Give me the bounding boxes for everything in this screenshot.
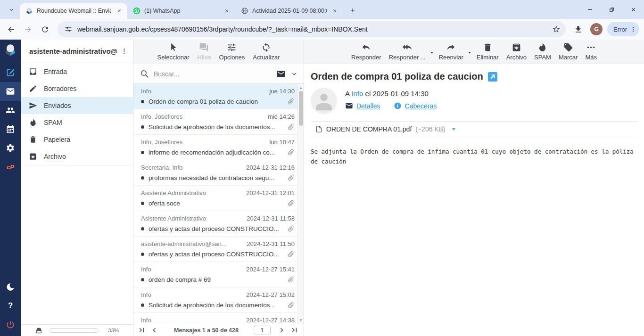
tab-title: Actividad 2025-01-09 08:00:00: [252, 8, 327, 14]
message-row[interactable]: Asistente Administrativo 2024-12-31 11:5…: [133, 211, 297, 237]
trash-icon: [29, 135, 37, 144]
message-row[interactable]: Info jue 14:30 Orden de compra 01 poliza…: [133, 84, 297, 109]
attachment-menu-caret-icon[interactable]: [451, 126, 457, 132]
more-button[interactable]: Más: [585, 42, 597, 64]
scroll-down-arrow[interactable]: ▼: [298, 317, 304, 323]
refresh-button[interactable]: Actualizar: [253, 42, 280, 64]
next-page-icon[interactable]: [277, 326, 286, 335]
search-options-chevron-icon[interactable]: [290, 70, 298, 78]
browser-tab-actividad[interactable]: Actividad 2025-01-09 08:00:00: [235, 3, 343, 19]
threads-button[interactable]: Hilos: [198, 42, 211, 64]
quota-progress: [50, 328, 99, 333]
help-button[interactable]: ?: [0, 296, 21, 315]
profile-avatar[interactable]: G: [590, 23, 603, 35]
settings-nav-button[interactable]: [0, 139, 21, 157]
message-date: 2024-12-31 12:16: [246, 164, 295, 171]
forward-button[interactable]: Reenviar: [439, 42, 463, 64]
folder-item-entrada[interactable]: Entrada: [21, 63, 133, 80]
folder-item-spam[interactable]: SPAM: [21, 114, 133, 131]
message-row[interactable]: Info, Joseflores mié 14:26 Solicitud de …: [133, 109, 297, 135]
details-link[interactable]: Detalles: [345, 102, 380, 110]
message-row[interactable]: Secretaria, Info 2024-12-31 12:16 profor…: [133, 160, 297, 186]
quota-percent: 33%: [108, 328, 119, 333]
message-row[interactable]: Info, Joseflores lun 10:47 informe de re…: [133, 135, 297, 160]
reload-button[interactable]: [37, 21, 53, 37]
message-row[interactable]: Info 2024-12-27 14:38: [133, 313, 297, 324]
message-toolbar: Responder Responder ... Reenviar Elimina…: [304, 40, 644, 64]
message-row[interactable]: Asistente Administrativo 2024-12-31 12:0…: [133, 186, 297, 211]
search-input[interactable]: [154, 70, 272, 78]
previous-page-icon[interactable]: [150, 326, 159, 335]
kebab-menu-icon[interactable]: [630, 26, 636, 33]
extensions-error-button[interactable]: Error: [607, 22, 639, 36]
restore-button[interactable]: [601, 0, 622, 19]
select-button[interactable]: Seleccionar: [157, 42, 190, 64]
dark-mode-button[interactable]: [0, 278, 21, 296]
browser-tab-whatsapp[interactable]: (1) WhatsApp: [127, 3, 235, 19]
plus-icon: [349, 7, 356, 14]
close-button[interactable]: [622, 0, 644, 19]
unread-dot: [141, 176, 144, 180]
message-subject: ofertas y actas del proceso CONSTRUCCIO.…: [149, 251, 283, 258]
tab-title: (1) WhatsApp: [144, 8, 219, 14]
folder-pane: asistente-administrativo@sa... Entrada B…: [21, 40, 133, 336]
back-button[interactable]: [3, 21, 19, 37]
tab-divider: [343, 6, 343, 15]
folder-item-enviados[interactable]: Enviados: [21, 97, 133, 114]
folder-item-archivo[interactable]: Archivo: [21, 148, 133, 165]
scroll-up-arrow[interactable]: ▲: [298, 85, 304, 90]
search-scope-mail-icon[interactable]: [276, 69, 286, 79]
message-subject: orden de compra # 69: [149, 276, 283, 283]
headers-link[interactable]: Cabeceras: [394, 102, 437, 110]
unread-dot: [141, 227, 144, 230]
reply-all-menu-caret-icon[interactable]: [429, 50, 434, 55]
message-body: Se adjunta la Orden de compra de ínfima …: [311, 147, 637, 166]
pagination-label: Mensajes 1 a 50 de 428: [174, 327, 239, 334]
tab-close-icon[interactable]: [223, 7, 231, 15]
attachment-row[interactable]: ORDEN DE COMPRA 01.pdf (~206 KB): [311, 121, 637, 137]
delete-button[interactable]: Eliminar: [477, 42, 499, 64]
reply-button[interactable]: Responder: [351, 42, 381, 64]
tab-search-button[interactable]: [5, 3, 18, 16]
folder-item-papelera[interactable]: Papelera: [21, 131, 133, 148]
message-row[interactable]: asistente-administrativo@san... 2024-12-…: [133, 237, 297, 262]
options-button[interactable]: Opciones: [219, 42, 245, 64]
bookmark-button[interactable]: [550, 23, 563, 36]
reply-all-button[interactable]: Responder ...: [389, 42, 426, 64]
archive-button[interactable]: Archivo: [506, 42, 527, 64]
last-page-icon[interactable]: [290, 326, 299, 335]
forward-menu-caret-icon[interactable]: [467, 50, 472, 55]
open-in-new-window-icon[interactable]: [488, 72, 497, 82]
tab-close-icon[interactable]: [330, 7, 339, 15]
contacts-nav-button[interactable]: [0, 101, 21, 120]
cpanel-button[interactable]: cP: [0, 157, 21, 176]
browser-tab-roundcube[interactable]: Roundcube Webmail :: Enviados: [20, 3, 127, 19]
attachment-name[interactable]: ORDEN DE COMPRA 01.pdf: [326, 125, 412, 133]
recipient-link[interactable]: Info: [351, 90, 363, 98]
message-row[interactable]: Info 2024-12-27 15:41 orden de compra # …: [133, 262, 297, 287]
new-tab-button[interactable]: [346, 4, 359, 17]
url-text[interactable]: webmail.sanjuan.gob.ec/cpsess4870690156/…: [77, 25, 545, 33]
page-number-input[interactable]: 1: [254, 326, 271, 335]
logout-button[interactable]: [0, 315, 21, 334]
compose-button[interactable]: [0, 63, 21, 82]
list-scrollbar[interactable]: ▲ ▼: [297, 84, 304, 324]
forward-button[interactable]: [20, 21, 36, 37]
mark-button[interactable]: Marcar: [559, 42, 578, 64]
tab-close-icon[interactable]: [115, 7, 124, 15]
folder-item-borradores[interactable]: Borradores: [21, 80, 133, 97]
downloads-button[interactable]: [570, 22, 586, 37]
minimize-button[interactable]: [579, 0, 601, 19]
unread-dot: [141, 100, 144, 103]
scrollbar-thumb[interactable]: [299, 91, 303, 126]
site-info-icon[interactable]: [64, 25, 73, 33]
spam-button[interactable]: SPAM: [534, 42, 551, 64]
calendar-nav-button[interactable]: [0, 120, 21, 139]
whatsapp-favicon: [133, 7, 140, 15]
message-row[interactable]: Info 2024-12-27 15:02 Solicitud de aprob…: [133, 287, 297, 313]
folder-options-button[interactable]: [118, 45, 130, 57]
first-page-icon[interactable]: [137, 326, 146, 335]
mail-nav-button[interactable]: [0, 82, 21, 101]
message-from: Info: [141, 88, 151, 95]
address-bar[interactable]: webmail.sanjuan.gob.ec/cpsess4870690156/…: [58, 21, 566, 37]
